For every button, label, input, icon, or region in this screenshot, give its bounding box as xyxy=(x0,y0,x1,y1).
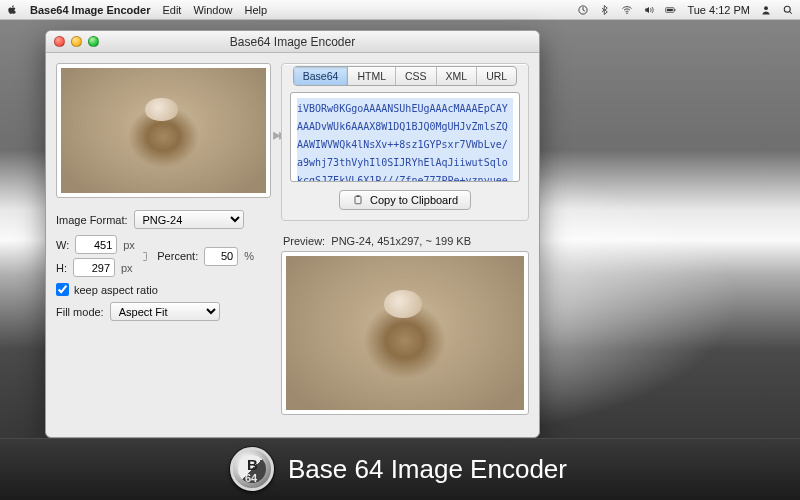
tab-url[interactable]: URL xyxy=(477,67,516,85)
svg-rect-4 xyxy=(675,9,676,11)
width-unit: px xyxy=(123,239,135,251)
tab-xml[interactable]: XML xyxy=(437,67,478,85)
promo-banner: B 64 Base 64 Image Encoder xyxy=(0,438,800,500)
keep-aspect-label: keep aspect ratio xyxy=(74,284,158,296)
fill-mode-select[interactable]: Aspect Fit xyxy=(110,302,220,321)
svg-rect-7 xyxy=(355,196,361,204)
logo-number: 64 xyxy=(245,472,257,484)
timemachine-icon[interactable] xyxy=(577,4,589,16)
app-window: Base64 Image Encoder Image Format: PNG-2… xyxy=(45,30,540,438)
apple-menu-icon[interactable] xyxy=(6,4,18,16)
menubar-item-window[interactable]: Window xyxy=(193,4,232,16)
logo-letter: B xyxy=(247,456,258,473)
banner-title: Base 64 Image Encoder xyxy=(288,454,567,485)
system-menubar: Base64 Image Encoder Edit Window Help Tu… xyxy=(0,0,800,20)
menubar-app-name[interactable]: Base64 Image Encoder xyxy=(30,4,150,16)
encoded-output-textarea[interactable]: iVBORw0KGgoAAAANSUhEUgAAAcMAAAEpCAYAAADv… xyxy=(290,92,520,182)
tab-html[interactable]: HTML xyxy=(348,67,396,85)
tab-css[interactable]: CSS xyxy=(396,67,437,85)
height-input[interactable] xyxy=(73,258,115,277)
desktop: Base64 Image Encoder Edit Window Help Tu… xyxy=(0,0,800,500)
spotlight-icon[interactable] xyxy=(782,4,794,16)
output-format-tabs: Base64 HTML CSS XML URL xyxy=(293,66,517,86)
wifi-icon[interactable] xyxy=(621,4,633,16)
svg-rect-8 xyxy=(356,195,359,197)
svg-point-1 xyxy=(627,12,629,14)
window-title: Base64 Image Encoder xyxy=(46,35,539,49)
fill-mode-label: Fill mode: xyxy=(56,306,104,318)
percent-input[interactable] xyxy=(204,247,238,266)
svg-rect-3 xyxy=(667,8,673,10)
source-image-thumbnail[interactable] xyxy=(56,63,271,198)
width-label: W: xyxy=(56,239,69,251)
volume-icon[interactable] xyxy=(643,4,655,16)
encoded-output-text: iVBORw0KGgoAAAANSUhEUgAAAcMAAAEpCAYAAADv… xyxy=(297,103,508,182)
height-label: H: xyxy=(56,262,67,274)
copy-to-clipboard-button[interactable]: Copy to Clipboard xyxy=(339,190,471,210)
image-format-select[interactable]: PNG-24 xyxy=(134,210,244,229)
clipboard-icon xyxy=(352,194,364,206)
percent-label: Percent: xyxy=(157,250,198,262)
menubar-clock[interactable]: Tue 4:12 PM xyxy=(687,4,750,16)
height-unit: px xyxy=(121,262,133,274)
preview-image xyxy=(286,256,524,410)
battery-icon[interactable] xyxy=(665,4,677,16)
user-icon[interactable] xyxy=(760,4,772,16)
menubar-item-edit[interactable]: Edit xyxy=(162,4,181,16)
svg-point-5 xyxy=(764,6,768,10)
encoding-panel: Base64 HTML CSS XML URL iVBORw0KGgoAAAAN… xyxy=(281,63,529,221)
window-titlebar[interactable]: Base64 Image Encoder xyxy=(46,31,539,53)
copy-button-label: Copy to Clipboard xyxy=(370,194,458,206)
link-dimensions-icon[interactable]: ┐┘ xyxy=(143,248,149,264)
percent-unit: % xyxy=(244,250,254,262)
source-image xyxy=(61,68,266,193)
width-input[interactable] xyxy=(75,235,117,254)
app-logo-icon: B 64 xyxy=(230,447,274,491)
preview-meta: PNG-24, 451x297, ~ 199 KB xyxy=(331,235,471,247)
preview-container xyxy=(281,251,529,415)
bluetooth-icon[interactable] xyxy=(599,4,611,16)
preview-label: Preview: xyxy=(283,235,325,247)
svg-point-6 xyxy=(784,6,790,12)
image-format-label: Image Format: xyxy=(56,214,128,226)
tab-base64[interactable]: Base64 xyxy=(294,67,349,85)
menubar-item-help[interactable]: Help xyxy=(245,4,268,16)
keep-aspect-checkbox[interactable] xyxy=(56,283,69,296)
